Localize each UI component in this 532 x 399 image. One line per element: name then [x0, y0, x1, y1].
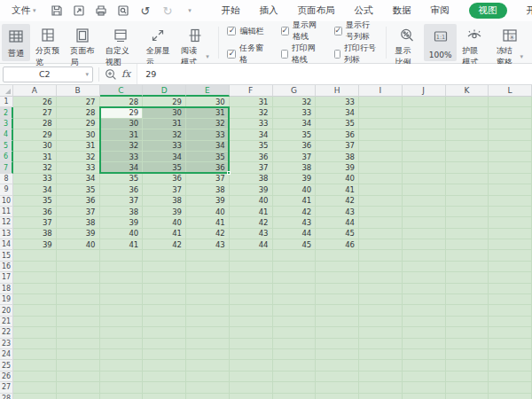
cell[interactable] — [230, 317, 273, 327]
cell[interactable] — [446, 239, 489, 250]
column-header-A[interactable]: A — [13, 85, 57, 97]
cell[interactable]: 32 — [186, 119, 230, 129]
checkbox-打印行号列标[interactable]: 打印行号列标 — [334, 43, 377, 66]
cell[interactable] — [489, 97, 532, 107]
cell[interactable] — [57, 250, 100, 261]
cell[interactable] — [230, 372, 273, 382]
cell[interactable] — [143, 250, 186, 261]
cell[interactable] — [316, 272, 359, 283]
cell[interactable] — [13, 372, 57, 382]
cell[interactable]: 38 — [230, 174, 273, 184]
cell[interactable]: 41 — [230, 207, 273, 217]
cell[interactable] — [316, 294, 359, 305]
cell[interactable] — [359, 196, 403, 207]
cell[interactable] — [403, 294, 446, 305]
preview-icon[interactable] — [117, 4, 130, 18]
cell[interactable]: 33 — [143, 141, 186, 152]
cell[interactable] — [273, 394, 317, 399]
cell[interactable] — [57, 339, 100, 349]
cell[interactable] — [403, 162, 446, 173]
cell[interactable]: 37 — [57, 207, 100, 217]
cell[interactable] — [489, 272, 532, 283]
cell[interactable]: 28 — [100, 97, 144, 107]
cell[interactable] — [100, 394, 144, 399]
cell[interactable] — [100, 272, 144, 283]
column-header-C[interactable]: C — [100, 85, 144, 97]
cell[interactable]: 41 — [100, 239, 144, 250]
cell[interactable] — [359, 119, 403, 129]
cell[interactable] — [316, 382, 359, 393]
阅读模式-button[interactable]: 阅读模式 ▾ — [176, 24, 215, 61]
cell[interactable]: 27 — [57, 97, 100, 107]
cell[interactable]: 43 — [186, 239, 230, 250]
100%-button[interactable]: 1:1 100% — [424, 24, 458, 61]
file-menu[interactable]: 文件 ▾ — [12, 4, 36, 17]
checkbox-显示网格线[interactable]: 显示网格线 — [281, 20, 324, 43]
cell[interactable] — [403, 184, 446, 195]
cell[interactable] — [359, 129, 403, 140]
cell[interactable] — [316, 339, 359, 349]
cell[interactable]: 34 — [13, 184, 57, 195]
cell[interactable] — [143, 272, 186, 283]
cell[interactable]: 34 — [57, 174, 100, 184]
cell[interactable] — [143, 317, 186, 327]
cell[interactable] — [446, 339, 489, 349]
cell[interactable] — [13, 305, 57, 316]
cell[interactable] — [359, 294, 403, 305]
cell[interactable] — [446, 152, 489, 162]
cell[interactable] — [359, 97, 403, 107]
cell[interactable]: 35 — [57, 184, 100, 195]
cell[interactable] — [446, 174, 489, 184]
zoom-formula-bar-icon[interactable] — [105, 68, 117, 81]
cell[interactable]: 33 — [230, 119, 273, 129]
cell[interactable] — [316, 317, 359, 327]
cell[interactable]: 30 — [186, 97, 230, 107]
cell[interactable]: 43 — [316, 207, 359, 217]
redo-icon[interactable]: ↻ — [161, 4, 175, 18]
cell[interactable]: 29 — [143, 97, 186, 107]
cell[interactable]: 42 — [273, 207, 317, 217]
cell[interactable] — [359, 217, 403, 228]
cell[interactable] — [446, 207, 489, 217]
cell[interactable]: 33 — [100, 152, 144, 162]
row-header-28[interactable]: 28 — [0, 394, 13, 399]
cell[interactable] — [446, 327, 489, 338]
cell[interactable]: 39 — [57, 229, 100, 239]
cell[interactable] — [359, 305, 403, 316]
cell[interactable]: 36 — [186, 162, 230, 173]
cell[interactable]: 34 — [273, 119, 317, 129]
row-header-23[interactable]: 23 — [0, 339, 13, 349]
普通-button[interactable]: 普通 — [2, 24, 30, 61]
cell[interactable] — [57, 394, 100, 399]
cell[interactable] — [489, 207, 532, 217]
cell[interactable] — [273, 317, 317, 327]
cell[interactable]: 33 — [13, 174, 57, 184]
cell[interactable] — [186, 250, 230, 261]
cell[interactable]: 29 — [57, 119, 100, 129]
cell[interactable] — [100, 339, 144, 349]
cell[interactable] — [489, 284, 532, 294]
column-header-E[interactable]: E — [186, 85, 230, 97]
checkbox-编辑栏[interactable]: 编辑栏 — [227, 20, 270, 43]
row-header-14[interactable]: 14 — [0, 239, 13, 250]
cell[interactable] — [446, 372, 489, 382]
checkbox-显示行号列标[interactable]: 显示行号列标 — [334, 20, 377, 43]
cell[interactable] — [446, 394, 489, 399]
cell[interactable]: 38 — [186, 184, 230, 195]
cell[interactable] — [316, 284, 359, 294]
select-all-corner[interactable] — [0, 85, 13, 97]
cell[interactable]: 41 — [143, 229, 186, 239]
cell[interactable] — [489, 294, 532, 305]
cell[interactable]: 33 — [57, 162, 100, 173]
cell[interactable]: 37 — [316, 141, 359, 152]
cell[interactable]: 35 — [273, 129, 317, 140]
cell[interactable] — [186, 327, 230, 338]
cell[interactable]: 38 — [273, 162, 317, 173]
cell[interactable] — [143, 327, 186, 338]
自定义视图-button[interactable]: 自定义视图 — [100, 24, 141, 61]
cell[interactable] — [230, 382, 273, 393]
cell[interactable]: 30 — [13, 141, 57, 152]
cell[interactable] — [13, 250, 57, 261]
cell[interactable] — [359, 339, 403, 349]
cell[interactable] — [230, 349, 273, 360]
